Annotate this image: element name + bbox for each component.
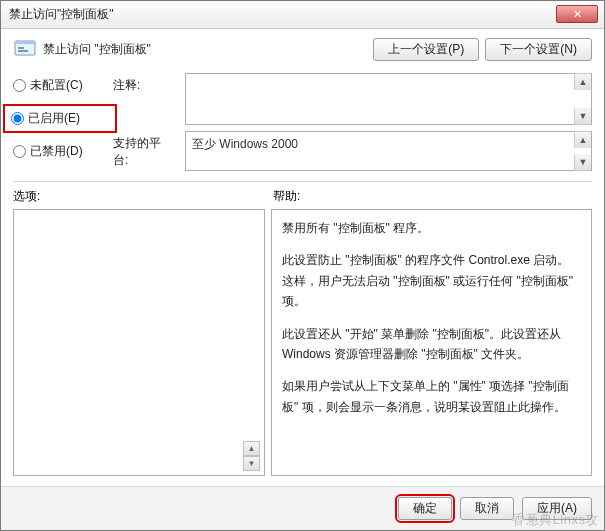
options-panel: ▲ ▼: [13, 209, 265, 476]
ok-button[interactable]: 确定: [398, 497, 452, 520]
platform-label: 支持的平台:: [113, 131, 175, 169]
radio-disabled-input[interactable]: [13, 145, 26, 158]
help-paragraph: 此设置还从 "开始" 菜单删除 "控制面板"。此设置还从 Windows 资源管…: [282, 324, 581, 365]
radio-enabled-input[interactable]: [11, 112, 24, 125]
nav-buttons: 上一个设置(P) 下一个设置(N): [373, 38, 592, 61]
close-button[interactable]: ✕: [556, 5, 598, 23]
svg-rect-3: [18, 50, 28, 52]
titlebar: 禁止访问"控制面板" ✕: [1, 1, 604, 29]
close-icon: ✕: [573, 8, 582, 21]
policy-title: 禁止访问 "控制面板": [43, 41, 151, 58]
apply-button[interactable]: 应用(A): [522, 497, 592, 520]
platform-box: 至少 Windows 2000 ▲ ▼: [185, 131, 592, 171]
svg-rect-1: [15, 41, 35, 44]
radio-group: 未配置(C) 已启用(E) 已禁用(D): [13, 73, 113, 171]
comment-row: 注释: ▲ ▼: [113, 73, 592, 125]
help-panel: 禁用所有 "控制面板" 程序。 此设置防止 "控制面板" 的程序文件 Contr…: [271, 209, 592, 476]
window-title: 禁止访问"控制面板": [9, 6, 114, 23]
footer: 确定 取消 应用(A) 香葱典Linxs攻: [1, 486, 604, 530]
scroll-down-icon[interactable]: ▼: [243, 456, 260, 471]
prev-setting-button[interactable]: 上一个设置(P): [373, 38, 479, 61]
scroll-up-icon[interactable]: ▲: [574, 131, 591, 148]
cancel-button[interactable]: 取消: [460, 497, 514, 520]
policy-icon: [13, 37, 37, 61]
content-area: 禁止访问 "控制面板" 上一个设置(P) 下一个设置(N) 未配置(C) 已启用…: [1, 29, 604, 486]
scroll-down-icon[interactable]: ▼: [574, 154, 591, 171]
help-paragraph: 如果用户尝试从上下文菜单上的 "属性" 项选择 "控制面板" 项，则会显示一条消…: [282, 376, 581, 417]
radio-enabled[interactable]: 已启用(E): [7, 108, 113, 129]
comment-label: 注释:: [113, 73, 175, 94]
help-label: 帮助:: [273, 188, 300, 205]
dialog-window: 禁止访问"控制面板" ✕ 禁止访问 "控制面板" 上一个设置(P) 下一个设置(…: [0, 0, 605, 531]
radio-disabled[interactable]: 已禁用(D): [13, 143, 113, 160]
options-label: 选项:: [13, 188, 273, 205]
radio-enabled-label: 已启用(E): [28, 110, 80, 127]
scroll-up-icon[interactable]: ▲: [243, 441, 260, 456]
scroll-up-icon[interactable]: ▲: [574, 73, 591, 90]
header-row: 禁止访问 "控制面板" 上一个设置(P) 下一个设置(N): [13, 37, 592, 61]
next-setting-button[interactable]: 下一个设置(N): [485, 38, 592, 61]
radio-not-configured-label: 未配置(C): [30, 77, 83, 94]
config-row: 未配置(C) 已启用(E) 已禁用(D) 注释: ▲ ▼: [13, 73, 592, 171]
help-paragraph: 此设置防止 "控制面板" 的程序文件 Control.exe 启动。这样，用户无…: [282, 250, 581, 311]
divider: [13, 181, 592, 182]
radio-not-configured-input[interactable]: [13, 79, 26, 92]
radio-disabled-label: 已禁用(D): [30, 143, 83, 160]
options-scroll: ▲ ▼: [243, 441, 260, 471]
platform-value: 至少 Windows 2000: [192, 137, 298, 151]
panels-row: ▲ ▼ 禁用所有 "控制面板" 程序。 此设置防止 "控制面板" 的程序文件 C…: [13, 209, 592, 476]
svg-rect-2: [18, 47, 24, 49]
radio-not-configured[interactable]: 未配置(C): [13, 77, 113, 94]
platform-row: 支持的平台: 至少 Windows 2000 ▲ ▼: [113, 131, 592, 171]
fields-column: 注释: ▲ ▼ 支持的平台: 至少 Windows 2000 ▲ ▼: [113, 73, 592, 171]
comment-input[interactable]: ▲ ▼: [185, 73, 592, 125]
section-labels: 选项: 帮助:: [13, 188, 592, 205]
scroll-down-icon[interactable]: ▼: [574, 108, 591, 125]
help-paragraph: 禁用所有 "控制面板" 程序。: [282, 218, 581, 238]
